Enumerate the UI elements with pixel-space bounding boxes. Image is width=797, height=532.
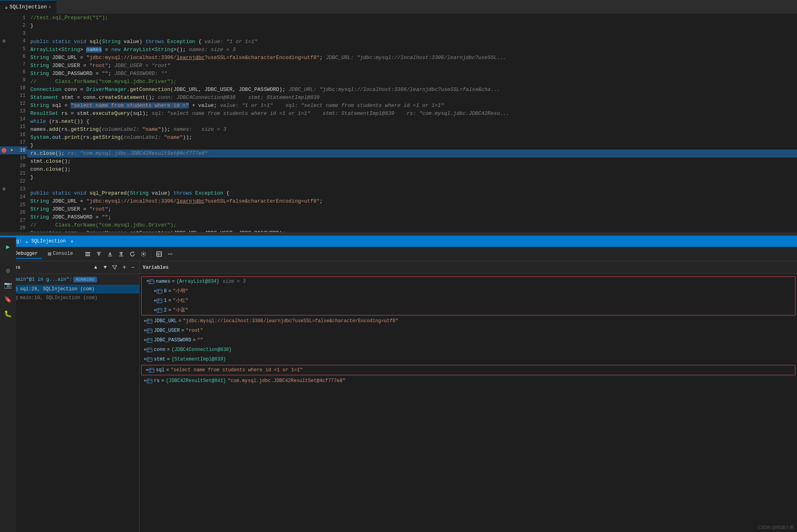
frames-add-btn[interactable]: + [120, 264, 129, 271]
var-sql[interactable]: sql = "select name from students where i… [142, 365, 795, 375]
frames-filter-btn[interactable] [110, 263, 119, 272]
code-line-28: Connection conn = DriverManager.getConne… [27, 229, 797, 232]
jdbc-user-icon [147, 329, 152, 333]
names-var-icon [149, 280, 154, 284]
jdbc-url-name: JDBC_URL [154, 317, 177, 325]
code-line-18: rs.close(); rs: "com.mysql.jdbc.JDBC42Re… [27, 150, 797, 158]
debugger-tab-label: Debugger [15, 251, 38, 256]
svg-rect-2 [85, 255, 90, 256]
sql-value: "select name from students where id =1 o… [171, 366, 303, 374]
svg-point-12 [170, 253, 171, 254]
code-line-1: //test.sql_Prepared("1"); [27, 14, 797, 22]
code-line-25: String JDBC_USER = "root"; [27, 205, 797, 213]
names-1-value: "小红" [173, 297, 188, 305]
code-lines: //test.sql_Prepared("1"); } public stati… [27, 14, 797, 232]
gutter: 1 2 3 [0, 14, 27, 232]
ln-1: 1 [16, 15, 27, 21]
code-line-5: ArrayList<String> names = new ArrayList<… [27, 46, 797, 54]
step-into-btn[interactable] [116, 249, 126, 259]
code-line-15: names.add(rs.getString(columnLabel: "nam… [27, 126, 797, 134]
var-rs[interactable]: rs = {JDBC42ResultSet@841} "com.mysql.jd… [140, 376, 797, 386]
thread-name: "main"@1 in g...ain": [12, 277, 72, 282]
svg-point-6 [143, 253, 144, 255]
settings-side-icon[interactable]: ⚙ [2, 264, 14, 277]
svg-rect-26 [157, 299, 162, 303]
play-side-icon[interactable]: ▶ [2, 240, 14, 253]
tab-bar: ☕ SQLInjection ✕ [0, 0, 797, 14]
step-out-btn[interactable] [127, 249, 138, 259]
frame-item-sql28[interactable]: sql:28, SQLInjection (com) [0, 285, 139, 294]
var-conn[interactable]: conn = {JDBC4Connection@838} [140, 345, 797, 355]
tab-console[interactable]: ▤ Console [44, 249, 77, 259]
code-line-26: String JDBC_PASSWORD = ""; [27, 213, 797, 221]
svg-rect-5 [119, 256, 123, 256]
svg-rect-38 [147, 338, 152, 342]
sql-group-box: sql = "select name from students where i… [141, 365, 795, 375]
debug-side-icon[interactable]: 🐛 [2, 307, 14, 320]
editor-area: ☕ SQLInjection ✕ 1 2 [0, 0, 797, 235]
thread-row: ✓ "main"@1 in g...ain": RUNNING [0, 274, 139, 285]
names-0-value: "小明" [173, 287, 188, 295]
debug-panel: Debug: ☕ SQLInjection ✕ 🐛 Debugger ▤ Con… [0, 235, 797, 532]
resume-btn[interactable] [94, 249, 104, 259]
side-icon-bar: ▶ ⚙ 📷 🔖 🐛 [0, 237, 16, 532]
frame-item-main10[interactable]: main:10, SQLInjection (com) [0, 294, 139, 302]
var-jdbc-password[interactable]: JDBC_PASSWORD = "" [140, 335, 797, 345]
conn-icon [147, 348, 152, 352]
console-tab-icon: ▤ [48, 250, 51, 257]
frames-up-btn[interactable]: ▲ [91, 263, 100, 272]
svg-rect-41 [147, 348, 152, 352]
tab-close-btn[interactable]: ✕ [48, 4, 51, 10]
code-line-19: stmt.close(); [27, 158, 797, 166]
svg-rect-1 [85, 254, 90, 254]
frames-down-btn[interactable]: ▼ [101, 263, 110, 272]
camera-side-icon[interactable]: 📷 [2, 279, 14, 292]
var-names-2[interactable]: 2 = "小蓝" [142, 305, 795, 315]
names-var-name: names [156, 278, 170, 286]
code-line-21: } [27, 173, 797, 181]
editor-scrollbar[interactable] [0, 232, 797, 235]
names-1-icon [157, 299, 162, 303]
view-frames-btn[interactable] [154, 249, 164, 259]
jdbc-url-icon [147, 319, 152, 323]
frame-label-main10: main:10, SQLInjection (com) [20, 295, 97, 301]
watermark: CSDN @吃烟十画 [758, 524, 794, 530]
layout-btn[interactable] [83, 249, 93, 259]
var-names[interactable]: names = {ArrayList@834} size = 3 [142, 277, 795, 286]
rs-name: rs [154, 377, 159, 385]
more-actions-btn[interactable] [165, 249, 175, 259]
tab-icon: ☕ [5, 4, 8, 10]
frames-remove-btn[interactable]: − [130, 264, 136, 271]
jdbc-url-value: "jdbc:mysql://localhost:3306/learnjdbc?u… [183, 317, 398, 325]
jdbc-user-name: JDBC_USER [154, 327, 180, 335]
svg-rect-44 [147, 357, 152, 361]
svg-point-11 [168, 253, 169, 254]
conn-value: {JDBC4Connection@838} [171, 346, 232, 354]
svg-rect-35 [147, 329, 152, 333]
sql-icon [149, 368, 154, 372]
step-over-btn[interactable] [105, 249, 115, 259]
debug-tab-close-btn[interactable]: ✕ [71, 238, 73, 244]
frame-label-sql28: sql:28, SQLInjection (com) [20, 286, 94, 292]
thread-status-badge: RUNNING [73, 277, 96, 282]
code-line-27: // Class.forName("com.mysql.jdbc.Driver"… [27, 221, 797, 229]
var-names-1[interactable]: 1 = "小红" [142, 296, 795, 305]
code-line-11: Statement stmt = conn.createStatement();… [27, 94, 797, 102]
force-step-into-btn[interactable] [138, 249, 149, 259]
names-2-name: 2 [164, 306, 167, 314]
rs-value: {JDBC42ResultSet@841} [166, 377, 226, 385]
code-line-20: conn.close(); [27, 166, 797, 173]
code-line-24: String JDBC_URL = "jdbc:mysql://localhos… [27, 197, 797, 205]
svg-rect-32 [147, 319, 152, 323]
code-line-12: String sql = "select name from students … [27, 102, 797, 110]
var-jdbc-url[interactable]: JDBC_URL = "jdbc:mysql://localhost:3306/… [140, 316, 797, 326]
svg-rect-20 [149, 280, 154, 284]
bookmark-side-icon[interactable]: 🔖 [2, 293, 14, 306]
jdbc-pass-value: "" [197, 336, 203, 344]
editor-tab-sqlinjection[interactable]: ☕ SQLInjection ✕ [0, 0, 57, 14]
var-stmt[interactable]: stmt = {StatementImpl@839} [140, 355, 797, 364]
names-2-icon [157, 308, 162, 313]
var-names-0[interactable]: 0 = "小明" [142, 286, 795, 296]
code-line-10: Connection conn = DriverManager.getConne… [27, 86, 797, 94]
var-jdbc-user[interactable]: JDBC_USER = "root" [140, 326, 797, 335]
